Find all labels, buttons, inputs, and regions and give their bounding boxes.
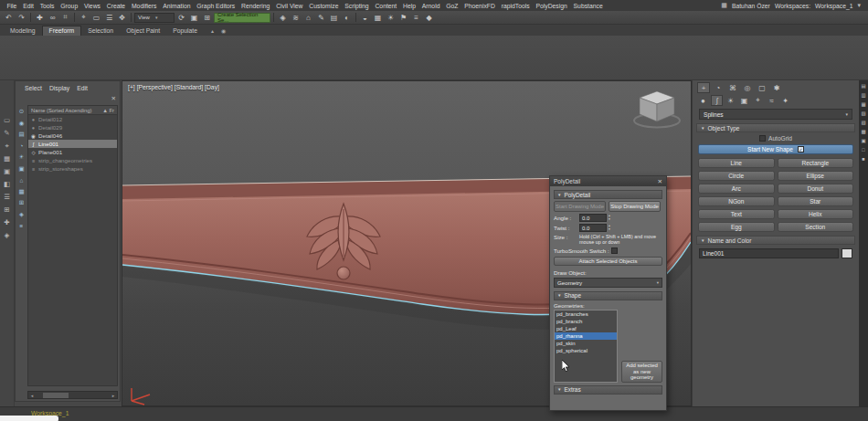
window-crossing-icon[interactable]: ✥ [116, 12, 128, 23]
menu-civil-view[interactable]: Civil View [273, 3, 306, 9]
edge-strip-icon[interactable]: ■ [860, 155, 867, 163]
explorer-filter-icon[interactable]: ⊞ [16, 198, 26, 207]
rollout-shape[interactable]: ▼ Shape [554, 291, 662, 300]
draw-object-dropdown[interactable]: Geometry ▾ [554, 278, 662, 288]
ribbon-tab-selection[interactable]: Selection [81, 26, 120, 36]
spacewarps-category-icon[interactable]: ≈ [766, 95, 778, 106]
geometry-item[interactable]: pd_skin [555, 340, 617, 347]
left-strip-icon[interactable]: ⌖ [2, 141, 13, 151]
geometry-item-selected[interactable]: pd_rhanna [555, 332, 617, 340]
object-color-swatch[interactable] [842, 248, 852, 258]
left-strip-icon[interactable]: ✚ [2, 217, 13, 227]
ribbon-tab-object-paint[interactable]: Object Paint [120, 26, 166, 36]
cameras-category-icon[interactable]: ▣ [738, 95, 750, 106]
explorer-filter-icon[interactable]: ▦ [16, 187, 26, 196]
shape-button-line[interactable]: Line [698, 158, 775, 168]
shape-button-rectangle[interactable]: Rectangle [778, 158, 854, 168]
spinner-arrows-icon[interactable]: ▴▾ [609, 215, 610, 221]
selection-region-icon[interactable]: ☰ [103, 12, 115, 23]
edge-strip-icon[interactable]: ▣ [860, 137, 867, 144]
explorer-filter-icon[interactable]: ▤ [16, 130, 26, 139]
systems-category-icon[interactable]: ✦ [779, 95, 791, 106]
scene-explorer-menu-select[interactable]: Select [25, 85, 42, 91]
shapes-category-icon[interactable]: ∫ [711, 95, 723, 106]
menu-modifiers[interactable]: Modifiers [129, 3, 160, 9]
select-by-name-icon[interactable]: ▭ [90, 12, 102, 23]
scene-object-row[interactable]: ● Detail029 [28, 123, 117, 132]
ribbon-options-icon[interactable]: ◉ [221, 27, 226, 36]
edge-strip-icon[interactable]: □ [860, 146, 867, 153]
shape-button-ellipse[interactable]: Ellipse [778, 171, 854, 181]
explorer-filter-icon[interactable]: ☀ [16, 153, 26, 162]
spinner-arrows-icon[interactable]: ▴▾ [609, 225, 610, 231]
create-tab-icon[interactable]: + [697, 82, 710, 93]
rollout-object-type[interactable]: ▼ Object Type [696, 123, 855, 132]
left-strip-icon[interactable]: ▦ [2, 153, 13, 163]
shape-button-helix[interactable]: Helix [778, 209, 854, 219]
ribbon-tab-freeform[interactable]: Freeform [42, 26, 82, 36]
signed-in-user[interactable]: Batuhan Özer [732, 3, 770, 9]
curve-editor-icon[interactable]: ▤ [328, 12, 340, 23]
edge-strip-icon[interactable]: ▩ [860, 128, 867, 135]
scene-object-row[interactable]: ● Detail012 [28, 115, 117, 123]
geometry-item[interactable]: pd_branch [555, 318, 617, 325]
start-drawing-mode-button[interactable]: Start Drawing Mode [554, 201, 606, 212]
reference-coordinate-dropdown[interactable]: View ▾ [134, 13, 175, 23]
render-setup-icon[interactable]: ▦ [372, 12, 384, 23]
explorer-filter-icon[interactable]: ▣ [16, 164, 26, 174]
left-strip-icon[interactable]: ◧ [2, 179, 13, 189]
scene-object-row-selected[interactable]: ∫ Line001 [28, 140, 117, 148]
rotate-icon[interactable]: ▣ [188, 12, 200, 23]
select-link-icon[interactable]: ✚ [34, 12, 46, 23]
geometry-category-icon[interactable]: ● [697, 95, 709, 106]
menu-content[interactable]: Content [372, 3, 400, 9]
explorer-filter-icon[interactable]: ◔ [16, 142, 26, 151]
spline-type-dropdown[interactable]: Splines ▾ [699, 109, 852, 120]
shape-button-arc[interactable]: Arc [698, 184, 775, 194]
explorer-filter-icon[interactable]: ≡ [16, 221, 26, 230]
workspace-selector[interactable]: Workspace_1 [815, 3, 852, 9]
angle-snap-icon[interactable]: ◆ [423, 12, 435, 23]
menu-create[interactable]: Create [103, 3, 128, 9]
stop-drawing-mode-button[interactable]: Stop Drawing Mode [609, 201, 661, 212]
menu-rendering[interactable]: Rendering [238, 3, 273, 9]
scene-object-row[interactable]: ◉ Detail046 [28, 132, 117, 140]
attach-selected-objects-button[interactable]: Attach Selected Objects [554, 257, 662, 266]
edge-strip-icon[interactable]: ▤ [860, 82, 867, 89]
scroll-right-icon[interactable]: ▸ [110, 393, 117, 398]
turbosmooth-checkbox[interactable] [611, 247, 618, 254]
workspace-dropdown-icon[interactable]: ▾ [857, 2, 861, 9]
left-strip-icon[interactable]: ⊞ [2, 205, 13, 215]
left-strip-icon[interactable]: ▭ [2, 115, 13, 125]
graphite-icon[interactable]: ✎ [315, 12, 327, 23]
rendered-frame-icon[interactable]: ☀ [385, 12, 397, 23]
scene-object-row[interactable]: ◇ Plane001 [28, 148, 117, 156]
menu-customize[interactable]: Customize [306, 3, 342, 9]
start-new-shape-checkbox[interactable]: ✓ [798, 146, 804, 153]
shape-button-text[interactable]: Text [698, 209, 775, 219]
helpers-category-icon[interactable]: ⌖ [752, 95, 764, 106]
menu-help[interactable]: Help [400, 3, 419, 9]
menu-arnold[interactable]: Arnold [418, 3, 442, 9]
shape-button-donut[interactable]: Donut [778, 184, 854, 194]
edge-strip-icon[interactable]: ▧ [860, 110, 867, 117]
autogrid-checkbox[interactable] [759, 135, 766, 142]
left-strip-icon[interactable]: ▣ [2, 166, 13, 176]
unlink-icon[interactable]: ∞ [47, 12, 58, 23]
left-strip-icon[interactable]: ✎ [2, 128, 13, 138]
shape-button-egg[interactable]: Egg [698, 222, 775, 232]
display-tab-icon[interactable]: ▢ [756, 82, 768, 93]
scene-explorer-column-header[interactable]: Name (Sorted Ascending) ▲ Fr [28, 106, 117, 115]
menu-animation[interactable]: Animation [160, 3, 194, 9]
edge-strip-icon[interactable]: ▥ [860, 91, 867, 99]
menu-views[interactable]: Views [81, 3, 104, 9]
explorer-filter-icon[interactable]: ⊙ [16, 107, 26, 116]
edge-strip-icon[interactable]: ▨ [860, 119, 867, 126]
close-icon[interactable]: ✕ [658, 178, 662, 185]
start-new-shape-button[interactable]: Start New Shape ✓ [698, 144, 853, 154]
menu-phoenixfd[interactable]: PhoenixFD [461, 3, 498, 9]
hierarchy-tab-icon[interactable]: ⌘ [726, 82, 739, 93]
scroll-left-icon[interactable]: ◂ [28, 393, 36, 398]
menu-group[interactable]: Group [58, 3, 81, 9]
motion-tab-icon[interactable]: ◎ [741, 82, 754, 93]
